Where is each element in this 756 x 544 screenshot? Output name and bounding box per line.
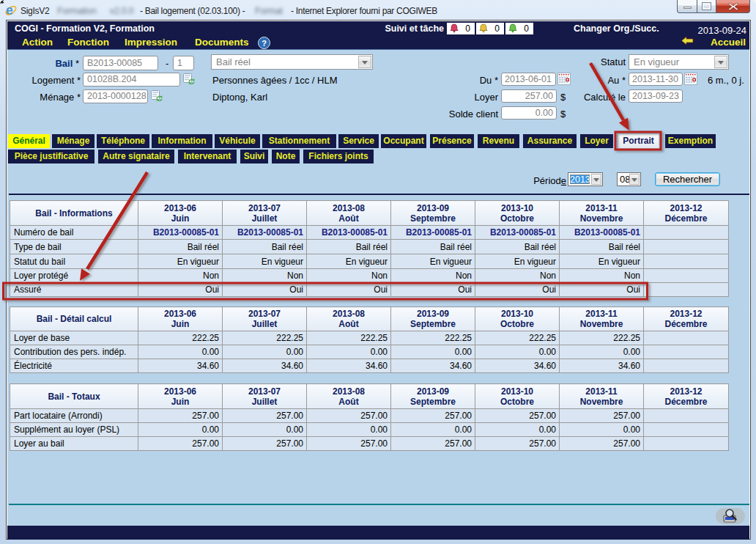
svg-text:?: ? bbox=[262, 39, 267, 48]
